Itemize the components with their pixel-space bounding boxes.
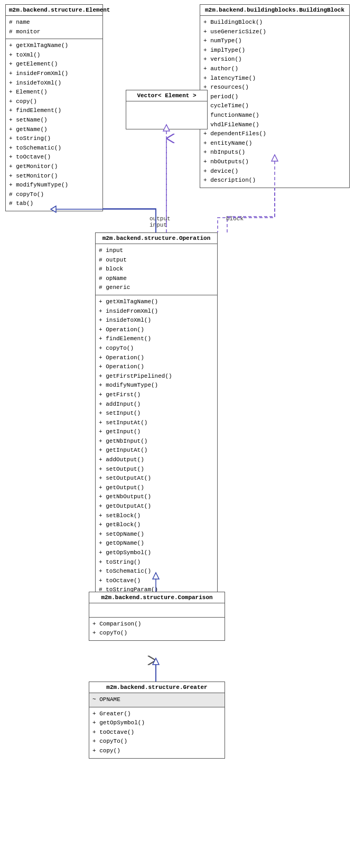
element-fields: # name # monitor: [6, 16, 102, 39]
operation-methods: + getXmlTagName() + insideFromXml() + in…: [96, 295, 217, 597]
operation-box: m2m.backend.structure.Operation # input …: [95, 232, 218, 598]
vector-box: Vector< Element >: [126, 90, 208, 129]
element-methods: + getXmlTagName() + toXml() + getElement…: [6, 39, 102, 211]
greater-fields: ~ OPNAME: [89, 693, 225, 707]
vector-title: Vector< Element >: [126, 90, 207, 101]
operation-fields: # input # output # block # opName # gene…: [96, 244, 217, 295]
comparison-methods: + Comparison() + copyTo(): [89, 618, 225, 640]
greater-title: m2m.backend.structure.Greater: [89, 682, 225, 693]
label-block: block: [226, 216, 244, 222]
element-field-name: # name: [9, 18, 99, 27]
buildingblock-title: m2m.backend.buildingblocks.BuildingBlock: [200, 5, 349, 16]
buildingblock-box: m2m.backend.buildingblocks.BuildingBlock…: [200, 4, 350, 188]
vector-section: [126, 101, 207, 129]
element-box: m2m.backend.structure.Element # name # m…: [5, 4, 103, 211]
buildingblock-methods: + BuildingBlock() + useGenericSize() + n…: [200, 16, 349, 188]
element-field-monitor: # monitor: [9, 27, 99, 37]
comparison-title: m2m.backend.structure.Comparison: [89, 592, 225, 603]
element-title: m2m.backend.structure.Element: [6, 5, 102, 16]
comparison-fields: [89, 603, 225, 618]
diagram-container: m2m.backend.structure.Element # name # m…: [0, 0, 355, 868]
comparison-box: m2m.backend.structure.Comparison + Compa…: [89, 592, 225, 641]
greater-box: m2m.backend.structure.Greater ~ OPNAME +…: [89, 682, 225, 759]
operation-title: m2m.backend.structure.Operation: [96, 233, 217, 244]
element-operation-connector: [54, 209, 156, 232]
greater-methods: + Greater() + getOpSymbol() + toOctave()…: [89, 707, 225, 758]
svg-marker-7: [153, 658, 159, 665]
label-input: input: [150, 222, 167, 228]
label-output: output: [150, 216, 171, 222]
